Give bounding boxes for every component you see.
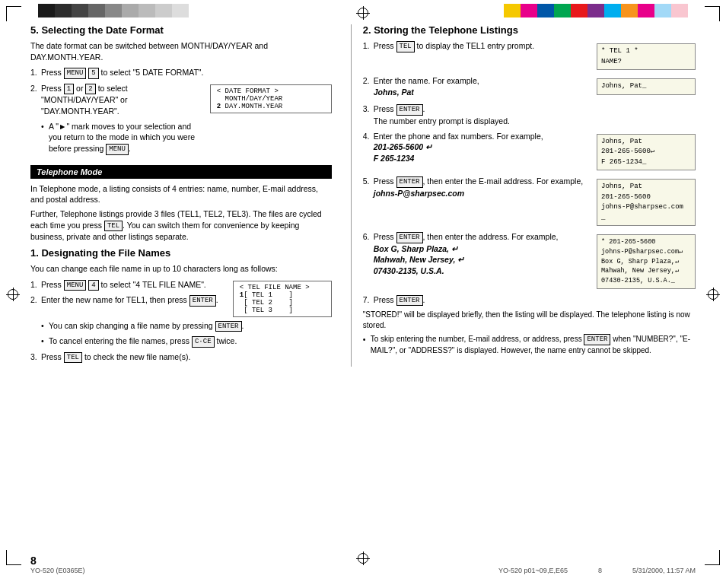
section-2-heading: 2. Storing the Telephone Listings bbox=[363, 24, 696, 36]
lcd-display-3: Johns, Pat 201-265-5600↵ F 265-1234_ bbox=[597, 134, 696, 171]
fn-line3: [ TEL 2 ] bbox=[240, 299, 325, 307]
date-format-box: < DATE FORMAT > MONTH/DAY/YEAR 2 DAY.MON… bbox=[210, 84, 332, 113]
section-1: 1. Designating the File Names You can ch… bbox=[30, 247, 332, 363]
fn-line1: < TEL FILE NAME > bbox=[240, 284, 325, 291]
lcd1-line1: * TEL 1 * bbox=[601, 46, 691, 57]
menu-key2: MENU bbox=[106, 144, 129, 155]
lcd5-line3: Box G, Sharp Plaza,↵ bbox=[601, 257, 691, 267]
step-5-2: 2. Press 1 or 2 to select "MONTH/DAY/YEA… bbox=[30, 83, 204, 117]
fn-line2: 1[ TEL 1 ] bbox=[240, 291, 325, 299]
cbr3 bbox=[537, 4, 554, 17]
skip-note-bullet: • To skip entering the number, E-mail ad… bbox=[363, 334, 696, 356]
left-column: 5. Selecting the Date Format The date fo… bbox=[30, 24, 347, 367]
cbr5 bbox=[571, 4, 587, 17]
key-4: 4 bbox=[88, 280, 98, 291]
lcd3-line1: Johns, Pat bbox=[601, 137, 691, 148]
step-2-6: 6. Press ENTER, then enter the address. … bbox=[363, 231, 589, 277]
lcd-display-1: * TEL 1 * NAME? bbox=[597, 43, 696, 70]
cbr8 bbox=[621, 4, 638, 17]
example-phone: 201-265-5600 ↵ bbox=[374, 142, 432, 151]
cbr6 bbox=[587, 4, 604, 17]
color-bar-right bbox=[504, 4, 688, 17]
lcd-display-4: Johns, Pat 201-265-5600 johns-P@sharpsec… bbox=[597, 179, 696, 226]
footer-center-info: 8 bbox=[598, 567, 602, 574]
right-column: 2. Storing the Telephone Listings 1. Pre… bbox=[355, 24, 696, 367]
key-2: 2 bbox=[85, 84, 95, 95]
tel-key2: TEL bbox=[64, 352, 82, 364]
step-2-4: 4. Enter the phone and fax numbers. For … bbox=[363, 131, 589, 164]
cbr2 bbox=[521, 4, 537, 17]
format-line1: < DATE FORMAT > bbox=[217, 87, 325, 95]
lcd5-line2: johns-P@sharpsec.com↵ bbox=[601, 247, 691, 257]
key-5: 5 bbox=[88, 68, 98, 79]
tel-mode-banner: Telephone Mode bbox=[30, 165, 332, 179]
step-2-3: 3. Press ENTER. The number entry prompt … bbox=[363, 103, 696, 126]
enter-key7: ENTER bbox=[584, 334, 610, 345]
right-col-inner: 2. Storing the Telephone Listings 1. Pre… bbox=[363, 24, 696, 356]
cbr1 bbox=[504, 4, 521, 17]
example-addr1: Box G, Sharp Plaza, ↵ bbox=[374, 244, 458, 253]
tel-mode-para1: In Telephone mode, a listing consists of… bbox=[30, 183, 332, 205]
stored-note: "STORED!" will be displayed briefly, the… bbox=[363, 310, 696, 331]
page-number: 8 bbox=[30, 555, 85, 567]
example-addr2: Mahwah, New Jersey, ↵ bbox=[374, 255, 465, 264]
lcd5-line4: Mahwah, New Jersey,↵ bbox=[601, 266, 691, 276]
tel-key3: TEL bbox=[396, 41, 415, 52]
reg-mark-top bbox=[356, 6, 370, 20]
enter-key4: ENTER bbox=[396, 176, 423, 188]
tel-key: TEL bbox=[104, 221, 123, 232]
step-1-3: 3. Press TEL to check the new file name(… bbox=[30, 351, 332, 364]
enter-key6: ENTER bbox=[396, 295, 423, 307]
cb7 bbox=[139, 4, 155, 17]
step-1-2: 2. Enter the new name for TEL1, then pre… bbox=[30, 294, 227, 307]
key-1: 1 bbox=[64, 84, 74, 95]
example-email: johns-P@sharpsec.com bbox=[374, 189, 464, 198]
lcd5-line1: * 201-265-5600 bbox=[601, 237, 691, 247]
cb2 bbox=[55, 4, 72, 17]
menu-key: MENU bbox=[64, 68, 87, 79]
footer-right-info: 5/31/2000, 11:57 AM bbox=[632, 567, 696, 574]
cce-key: C·CE bbox=[192, 336, 215, 348]
cbr7 bbox=[604, 4, 621, 17]
example-name: Johns, Pat bbox=[374, 87, 414, 97]
tel-mode-para2: Further, Telephone listings provide 3 fi… bbox=[30, 208, 332, 243]
bullet-5-1: • A "►" mark moves to your selection and… bbox=[41, 121, 204, 155]
lcd4-line4: _ bbox=[601, 213, 691, 224]
section-1-intro: You can change each file name in up to 1… bbox=[30, 263, 332, 275]
enter-key2: ENTER bbox=[215, 321, 242, 332]
reg-mark-right bbox=[706, 288, 720, 301]
cbr10 bbox=[654, 4, 671, 17]
fn-line4: [ TEL 3 ] bbox=[240, 307, 325, 314]
format-line2: MONTH/DAY/YEAR bbox=[217, 95, 325, 103]
cb3 bbox=[72, 4, 88, 17]
section-5-heading: 5. Selecting the Date Format bbox=[30, 24, 332, 36]
cbr4 bbox=[554, 4, 571, 17]
lcd5-line5: 07430-2135, U.S.A._ bbox=[601, 276, 691, 286]
step-2-5: 5. Press ENTER, then enter the E-mail ad… bbox=[363, 176, 589, 199]
cb6 bbox=[122, 4, 139, 17]
cb4 bbox=[88, 4, 105, 17]
cb5 bbox=[105, 4, 122, 17]
step-5-1: 1. Press MENU 5 to select "5 DATE FORMAT… bbox=[30, 67, 332, 79]
top-bar bbox=[0, 0, 726, 21]
enter-key3: ENTER bbox=[396, 104, 423, 116]
section-5: 5. Selecting the Date Format The date fo… bbox=[30, 24, 332, 159]
corner-mark-bl bbox=[6, 550, 21, 565]
cbr11 bbox=[671, 4, 688, 17]
lcd4-line1: Johns, Pat bbox=[601, 182, 691, 192]
color-bar-left bbox=[38, 4, 189, 17]
step-2-2: 2. Enter the name. For example, Johns, P… bbox=[363, 75, 589, 97]
example-fax: F 265-1234 bbox=[374, 154, 415, 163]
lcd4-line2: 201-265-5600 bbox=[601, 192, 691, 203]
step-2-7: 7. Press ENTER. bbox=[363, 294, 696, 307]
lcd3-line3: F 265-1234_ bbox=[601, 157, 691, 168]
lcd4-line3: johns-P@sharpsec.com bbox=[601, 202, 691, 213]
lcd1-line2: NAME? bbox=[601, 57, 691, 68]
example-addr3: 07430-2135, U.S.A. bbox=[374, 266, 444, 275]
menu-key3: MENU bbox=[64, 280, 87, 291]
lcd-display-2: Johns, Pat_ bbox=[597, 78, 696, 95]
enter-key5: ENTER bbox=[396, 232, 423, 243]
enter-key1: ENTER bbox=[189, 295, 216, 307]
corner-mark-br bbox=[705, 550, 720, 565]
cb8 bbox=[155, 4, 172, 17]
